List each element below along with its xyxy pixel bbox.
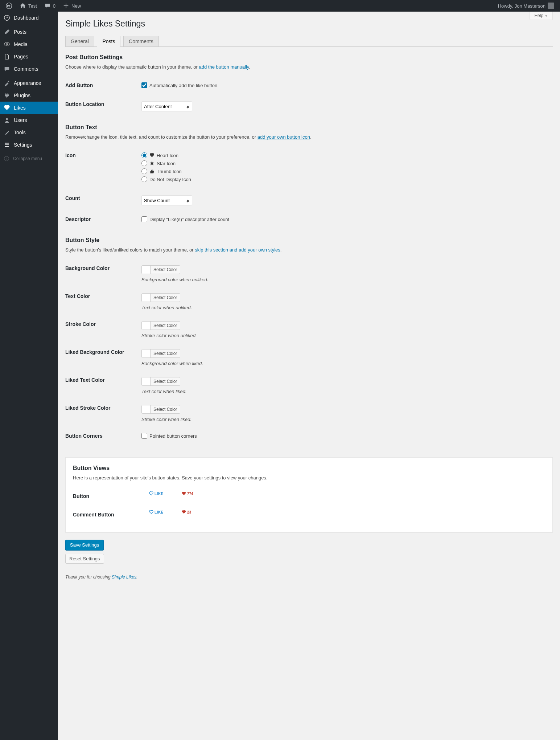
- stroke-color-desc: Stroke color when unliked.: [141, 333, 549, 338]
- icon-heart-radio[interactable]: [141, 152, 147, 158]
- icon-heart-option[interactable]: Heart Icon: [141, 152, 549, 158]
- menu-comments[interactable]: Comments: [0, 63, 58, 75]
- menu-media[interactable]: Media: [0, 38, 58, 50]
- menu-pages[interactable]: Pages: [0, 50, 58, 63]
- simple-likes-link[interactable]: Simple Likes: [112, 575, 136, 580]
- menu-likes[interactable]: Likes: [0, 102, 58, 114]
- color-swatch: [142, 322, 151, 330]
- new-label: New: [71, 3, 81, 9]
- corners-checkbox-label[interactable]: Pointed button corners: [141, 433, 549, 439]
- svg-point-3: [4, 43, 8, 46]
- new-link[interactable]: New: [60, 0, 84, 12]
- like-button-preview[interactable]: LIKE: [149, 491, 164, 496]
- corners-label: Button Corners: [65, 428, 138, 446]
- add-button-checkbox[interactable]: [141, 82, 147, 88]
- reset-settings-button[interactable]: Reset Settings: [65, 554, 104, 564]
- section-button-style: Button Style: [65, 237, 553, 244]
- add-button-checkbox-label[interactable]: Automatically add the like button: [141, 82, 549, 88]
- comment-liked-button-preview[interactable]: 23: [182, 510, 191, 514]
- icon-none-radio[interactable]: [141, 176, 147, 182]
- bg-color-label: Background Color: [65, 260, 138, 288]
- button-views-box: Button Views Here is a representation of…: [65, 457, 553, 532]
- menu-collapse[interactable]: Collapse menu: [0, 153, 58, 164]
- section-post-button: Post Button Settings: [65, 54, 553, 61]
- text-color-button[interactable]: Select Color: [141, 293, 180, 302]
- menu-posts[interactable]: Posts: [0, 26, 58, 38]
- svg-point-10: [4, 156, 9, 161]
- heart-icon: [149, 153, 155, 158]
- svg-point-9: [5, 146, 7, 147]
- color-swatch: [142, 405, 151, 413]
- icon-star-radio[interactable]: [141, 160, 147, 166]
- comment-like-button-preview[interactable]: LIKE: [149, 510, 164, 514]
- menu-settings[interactable]: Settings: [0, 139, 58, 151]
- liked-button-preview[interactable]: 774: [182, 491, 193, 496]
- chevron-down-icon: ▼: [544, 14, 548, 18]
- bg-color-button[interactable]: Select Color: [141, 265, 180, 274]
- color-swatch: [142, 349, 151, 357]
- descriptor-checkbox-label[interactable]: Display "Like(s)" descriptor after count: [141, 216, 549, 222]
- corners-checkbox[interactable]: [141, 433, 147, 439]
- menu-users[interactable]: Users: [0, 114, 58, 126]
- button-views-intro: Here is a representation of your site's …: [73, 475, 545, 481]
- tab-general[interactable]: General: [65, 36, 94, 47]
- color-swatch: [142, 266, 151, 274]
- count-select[interactable]: Show Count: [141, 195, 192, 205]
- stroke-color-label: Stroke Color: [65, 316, 138, 344]
- liked-stroke-desc: Stroke color when liked.: [141, 417, 549, 422]
- add-button-label: Add Button: [65, 77, 138, 96]
- text-color-desc: Text color when unliked.: [141, 305, 549, 310]
- skip-styles-link[interactable]: skip this section and add your own style…: [195, 247, 280, 253]
- button-style-intro: Style the button's liked/unliked colors …: [65, 247, 553, 253]
- count-label: Count: [65, 190, 138, 211]
- icon-none-option[interactable]: Do Not Display Icon: [141, 176, 549, 182]
- liked-bg-label: Liked Background Color: [65, 344, 138, 372]
- svg-point-6: [6, 118, 8, 120]
- avatar: [548, 3, 554, 9]
- button-text-intro: Remove/change the icon, title text, and …: [65, 134, 553, 140]
- liked-text-desc: Text color when liked.: [141, 389, 549, 394]
- footer-text: Thank you for choosing Simple Likes.: [65, 575, 553, 580]
- button-location-select[interactable]: After Content: [141, 101, 192, 111]
- preview-button-label: Button: [73, 488, 145, 506]
- preview-comment-label: Comment Button: [73, 506, 145, 525]
- svg-point-2: [7, 17, 8, 19]
- own-icon-link[interactable]: add your own button icon: [258, 134, 310, 140]
- liked-text-label: Liked Text Color: [65, 372, 138, 400]
- section-button-text: Button Text: [65, 124, 553, 131]
- color-swatch: [142, 377, 151, 385]
- text-color-label: Text Color: [65, 288, 138, 316]
- wp-logo[interactable]: [3, 0, 15, 12]
- liked-bg-button[interactable]: Select Color: [141, 349, 180, 358]
- button-views-heading: Button Views: [73, 465, 545, 471]
- save-settings-button[interactable]: Save Settings: [65, 540, 104, 550]
- icon-label: Icon: [65, 147, 138, 190]
- post-button-intro: Choose where to display the automatic bu…: [65, 64, 553, 70]
- icon-thumb-option[interactable]: Thumb Icon: [141, 168, 549, 174]
- menu-dashboard[interactable]: Dashboard: [0, 12, 58, 24]
- star-icon: [149, 161, 155, 166]
- icon-thumb-radio[interactable]: [141, 168, 147, 174]
- menu-plugins[interactable]: Plugins: [0, 89, 58, 102]
- icon-star-option[interactable]: Star Icon: [141, 160, 549, 166]
- liked-stroke-button[interactable]: Select Color: [141, 405, 180, 414]
- tab-comments[interactable]: Comments: [123, 36, 159, 47]
- svg-point-4: [6, 43, 9, 46]
- liked-text-button[interactable]: Select Color: [141, 377, 180, 386]
- tab-posts[interactable]: Posts: [97, 36, 120, 47]
- color-swatch: [142, 294, 151, 302]
- menu-appearance[interactable]: Appearance: [0, 77, 58, 89]
- page-title: Simple Likes Settings: [65, 19, 553, 29]
- howdy-text: Howdy, Jon Masterson: [498, 3, 545, 9]
- add-manually-link[interactable]: add the button manually: [199, 64, 249, 70]
- help-tab[interactable]: Help▼: [530, 12, 553, 20]
- button-location-label: Button Location: [65, 96, 138, 117]
- stroke-color-button[interactable]: Select Color: [141, 321, 180, 330]
- howdy-link[interactable]: Howdy, Jon Masterson: [495, 0, 557, 12]
- menu-tools[interactable]: Tools: [0, 126, 58, 139]
- liked-stroke-label: Liked Stroke Color: [65, 400, 138, 428]
- site-name-link[interactable]: Test: [17, 0, 40, 12]
- thumb-icon: [149, 169, 155, 174]
- comments-link[interactable]: 0: [41, 0, 58, 12]
- descriptor-checkbox[interactable]: [141, 216, 147, 222]
